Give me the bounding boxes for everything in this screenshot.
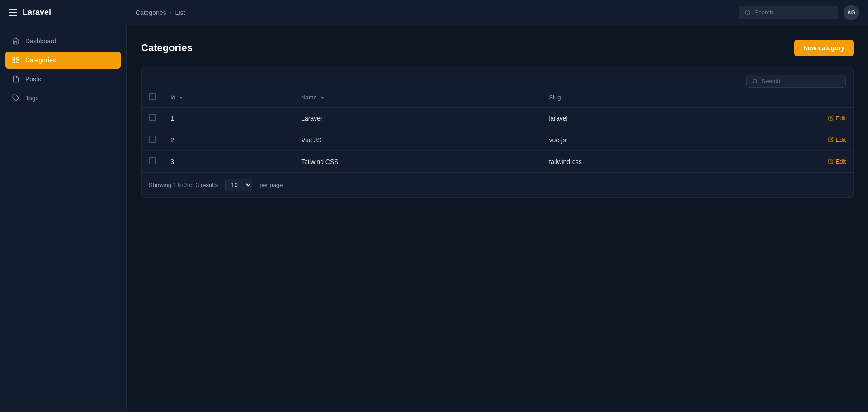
sidebar-label-posts: Posts	[25, 75, 41, 83]
svg-line-8	[756, 82, 757, 83]
new-category-button[interactable]: New category	[794, 40, 854, 56]
breadcrumb-parent[interactable]: Categories	[136, 9, 166, 16]
sort-arrow-name: ▼	[320, 95, 325, 100]
home-icon	[12, 37, 20, 45]
sidebar-item-posts[interactable]: Posts	[5, 70, 121, 88]
topnav-search-box[interactable]	[739, 6, 838, 19]
breadcrumb-current: List	[175, 9, 185, 16]
search-icon	[745, 9, 751, 16]
row-id: 2	[163, 129, 294, 151]
row-name: Laravel	[294, 108, 542, 129]
breadcrumb-separator: /	[170, 9, 172, 16]
edit-button[interactable]: Edit	[828, 136, 846, 143]
app-body: Dashboard Categories Posts	[0, 25, 868, 412]
row-name: Vue JS	[294, 129, 542, 151]
table-header-row: Id ▼ Name ▼ Slug	[142, 88, 853, 108]
avatar[interactable]: AG	[844, 5, 859, 20]
column-slug: Slug	[542, 88, 853, 108]
edit-icon	[828, 137, 834, 142]
svg-rect-2	[13, 57, 15, 60]
row-checkbox-cell	[142, 129, 163, 151]
column-slug-label: Slug	[549, 94, 561, 101]
row-checkbox[interactable]	[149, 157, 156, 164]
svg-rect-3	[17, 57, 19, 60]
column-name[interactable]: Name ▼	[294, 88, 542, 108]
table-search-box[interactable]	[746, 75, 846, 88]
search-icon	[752, 78, 758, 84]
row-checkbox-cell	[142, 151, 163, 173]
svg-rect-4	[13, 61, 15, 63]
row-id: 3	[163, 151, 294, 173]
logo-area: Laravel	[9, 8, 136, 17]
select-all-checkbox[interactable]	[149, 93, 156, 100]
per-page-label: per page	[259, 182, 283, 188]
posts-icon	[12, 75, 20, 83]
sidebar-label-categories: Categories	[25, 56, 56, 64]
edit-button[interactable]: Edit	[828, 115, 846, 122]
column-name-label: Name	[301, 94, 317, 101]
table-footer: Showing 1 to 3 of 3 results 102550100 pe…	[142, 172, 853, 197]
main-content: Categories New category	[127, 25, 868, 412]
svg-point-7	[753, 79, 757, 83]
row-checkbox[interactable]	[149, 136, 156, 143]
svg-point-0	[745, 10, 750, 14]
sidebar-item-categories[interactable]: Categories	[5, 52, 121, 69]
sort-arrow-id: ▼	[179, 95, 183, 100]
table-row: 1 Laravel laravel Edit	[142, 108, 853, 129]
table-search-input[interactable]	[762, 78, 840, 84]
sidebar-item-tags[interactable]: Tags	[5, 89, 121, 107]
edit-icon	[828, 159, 834, 164]
categories-icon	[12, 56, 20, 64]
topnav-right: AG	[739, 5, 859, 20]
row-slug: laravel Edit	[542, 108, 853, 129]
sidebar: Dashboard Categories Posts	[0, 25, 127, 412]
sidebar-label-dashboard: Dashboard	[25, 37, 57, 45]
page-header: Categories New category	[141, 40, 854, 56]
row-slug: tailwind-css Edit	[542, 151, 853, 173]
column-checkbox	[142, 88, 163, 108]
sidebar-label-tags: Tags	[25, 94, 39, 102]
breadcrumb: Categories / List	[136, 9, 739, 16]
showing-text: Showing 1 to 3 of 3 results	[149, 182, 218, 188]
app-logo: Laravel	[23, 8, 51, 17]
table-row: 2 Vue JS vue-js Edit	[142, 129, 853, 151]
svg-line-1	[749, 14, 750, 15]
table-toolbar	[142, 67, 853, 88]
row-name: Tailwind CSS	[294, 151, 542, 173]
page-title: Categories	[141, 42, 193, 54]
row-checkbox-cell	[142, 108, 163, 129]
table-row: 3 Tailwind CSS tailwind-css Edit	[142, 151, 853, 173]
topnav-search-input[interactable]	[755, 9, 832, 16]
table-card: Id ▼ Name ▼ Slug	[141, 67, 854, 198]
edit-button[interactable]: Edit	[828, 158, 846, 165]
svg-rect-5	[17, 61, 19, 63]
tags-icon	[12, 94, 20, 102]
row-id: 1	[163, 108, 294, 129]
row-checkbox[interactable]	[149, 114, 156, 121]
sidebar-item-dashboard[interactable]: Dashboard	[5, 33, 121, 50]
categories-table: Id ▼ Name ▼ Slug	[142, 88, 853, 172]
edit-icon	[828, 115, 834, 121]
column-id-label: Id	[170, 94, 175, 101]
topnav: Laravel Categories / List AG	[0, 0, 868, 25]
per-page-select[interactable]: 102550100	[225, 179, 252, 191]
column-id[interactable]: Id ▼	[163, 88, 294, 108]
row-slug: vue-js Edit	[542, 129, 853, 151]
hamburger-icon[interactable]	[9, 9, 17, 16]
